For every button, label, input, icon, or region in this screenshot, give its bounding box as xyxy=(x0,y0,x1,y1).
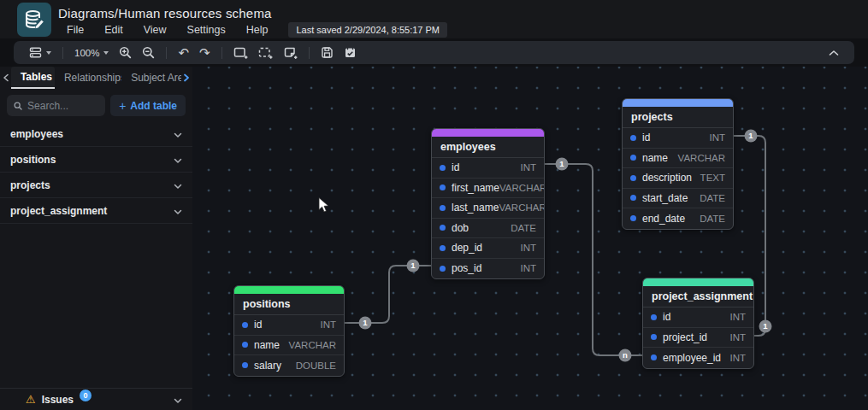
menu-item-file[interactable]: File xyxy=(58,22,92,38)
issues-bar[interactable]: ⚠ Issues 0 xyxy=(0,388,192,410)
diagram-menu-button[interactable] xyxy=(24,44,56,62)
field-type: VARCHAR xyxy=(499,202,545,213)
page-title: Diagrams/Human resources schema xyxy=(58,3,447,22)
field-row-last_name[interactable]: last_nameVARCHAR xyxy=(432,198,544,219)
svg-text:1: 1 xyxy=(748,131,753,140)
field-row-first_name[interactable]: first_nameVARCHAR xyxy=(432,179,544,199)
toolbar-wrap: 100% ↶ ↷ xyxy=(0,38,868,67)
menu-item-settings[interactable]: Settings xyxy=(179,22,234,38)
field-row-id[interactable]: idINT xyxy=(623,128,733,149)
table-title: employees xyxy=(432,137,544,158)
field-type: INT xyxy=(729,312,746,322)
field-row-id[interactable]: idINT xyxy=(234,315,344,336)
field-row-name[interactable]: nameVARCHAR xyxy=(234,336,344,356)
table-accent-bar xyxy=(643,278,753,286)
todo-button[interactable] xyxy=(339,44,362,62)
add-area-icon xyxy=(258,46,273,60)
field-row-dep_id[interactable]: dep_idINT xyxy=(432,238,544,259)
field-row-id[interactable]: idINT xyxy=(643,308,753,328)
chevron-down-icon xyxy=(174,178,182,193)
table-accent-bar xyxy=(623,99,733,107)
menu-item-view[interactable]: View xyxy=(135,22,175,38)
field-name: end_date xyxy=(642,213,700,225)
tabs-scroll-left-button[interactable] xyxy=(2,67,11,89)
table-name-label: projects xyxy=(10,179,50,191)
menu-bar: FileEditViewSettingsHelpLast saved 2/29/… xyxy=(58,22,447,38)
field-dot-icon xyxy=(651,354,657,360)
field-row-name[interactable]: nameVARCHAR xyxy=(623,149,733,169)
field-dot-icon xyxy=(440,245,446,251)
entity-table-projects[interactable]: projectsidINTnameVARCHARdescriptionTEXTs… xyxy=(622,98,734,230)
svg-text:n: n xyxy=(623,350,628,360)
field-type: INT xyxy=(729,332,746,343)
toolbar-divider xyxy=(221,47,222,59)
add-table-button[interactable]: + Add table xyxy=(110,95,186,116)
sidebar-item-project_assignment[interactable]: project_assignment xyxy=(0,198,192,224)
sidebar-table-list: employeespositionsprojectsproject_assign… xyxy=(0,121,192,388)
tab-subject-are[interactable]: Subject Are xyxy=(121,67,181,89)
menu-item-edit[interactable]: Edit xyxy=(96,22,132,38)
field-dot-icon xyxy=(630,215,636,221)
table-accent-bar xyxy=(234,286,344,294)
field-row-pos_id[interactable]: pos_idINT xyxy=(432,259,544,279)
field-type: VARCHAR xyxy=(289,340,336,350)
add-note-button[interactable] xyxy=(278,44,303,62)
tabs-scroll-right-button[interactable] xyxy=(181,67,191,89)
field-row-employee_id[interactable]: employee_idINT xyxy=(643,348,753,368)
app-logo[interactable] xyxy=(17,3,51,37)
field-name: dep_id xyxy=(452,242,520,254)
field-row-id[interactable]: idINT xyxy=(432,158,544,179)
toolbar: 100% ↶ ↷ xyxy=(14,41,854,64)
entity-table-project_assignment[interactable]: project_assignmentidINTproject_idINTempl… xyxy=(642,278,754,369)
search-icon xyxy=(14,101,22,111)
zoom-out-button[interactable] xyxy=(137,44,160,62)
database-pencil-icon xyxy=(23,9,45,31)
field-name: pos_id xyxy=(452,262,520,274)
chevron-down-icon xyxy=(46,51,51,55)
tab-relationships[interactable]: Relationships xyxy=(55,67,121,89)
relationship-positions-employees[interactable] xyxy=(345,266,431,323)
tab-tables[interactable]: Tables xyxy=(11,67,55,89)
table-accent-bar xyxy=(432,129,544,137)
field-name: start_date xyxy=(642,192,700,204)
main-area: TablesRelationshipsSubject Are + Add tab… xyxy=(0,67,868,410)
sidebar-item-employees[interactable]: employees xyxy=(0,121,192,147)
canvas[interactable]: 111n11 employeesidINTfirst_nameVARCHARla… xyxy=(192,67,868,410)
collapse-toolbar-button[interactable] xyxy=(824,47,844,59)
field-row-salary[interactable]: salaryDOUBLE xyxy=(234,355,344,376)
add-table-toolbar-button[interactable] xyxy=(228,44,253,62)
save-button[interactable] xyxy=(316,44,339,62)
field-row-description[interactable]: descriptionTEXT xyxy=(623,168,733,189)
search-box[interactable] xyxy=(7,95,105,116)
toolbar-divider xyxy=(166,47,167,59)
field-type: INT xyxy=(520,162,536,173)
sidebar-item-positions[interactable]: positions xyxy=(0,147,192,173)
field-row-end_date[interactable]: end_dateDATE xyxy=(623,208,733,229)
field-row-dob[interactable]: dobDATE xyxy=(432,219,544,239)
zoom-in-button[interactable] xyxy=(114,44,137,62)
warning-icon: ⚠ xyxy=(26,394,36,405)
undo-button[interactable]: ↶ xyxy=(173,44,194,61)
table-title: positions xyxy=(234,294,344,315)
menu-item-help[interactable]: Help xyxy=(238,22,277,38)
search-input[interactable] xyxy=(27,100,98,112)
field-dot-icon xyxy=(440,225,446,231)
save-icon xyxy=(321,46,334,59)
field-row-start_date[interactable]: start_dateDATE xyxy=(623,189,733,209)
entity-table-employees[interactable]: employeesidINTfirst_nameVARCHARlast_name… xyxy=(431,128,545,279)
entity-table-positions[interactable]: positionsidINTnameVARCHARsalaryDOUBLE xyxy=(233,285,345,377)
field-name: name xyxy=(642,152,678,164)
redo-button[interactable]: ↷ xyxy=(194,44,216,61)
zoom-level-dropdown[interactable]: 100% xyxy=(69,45,114,61)
field-row-project_id[interactable]: project_idINT xyxy=(643,328,753,348)
svg-text:1: 1 xyxy=(559,159,564,168)
search-row: + Add table xyxy=(0,89,192,121)
table-title: project_assignment xyxy=(643,286,753,308)
field-type: VARCHAR xyxy=(499,183,545,193)
sidebar-item-projects[interactable]: projects xyxy=(0,173,192,198)
plus-icon: + xyxy=(119,99,126,113)
add-area-button[interactable] xyxy=(253,44,278,62)
field-name: id xyxy=(254,319,320,331)
field-dot-icon xyxy=(630,155,636,161)
chevron-down-icon xyxy=(174,126,182,142)
